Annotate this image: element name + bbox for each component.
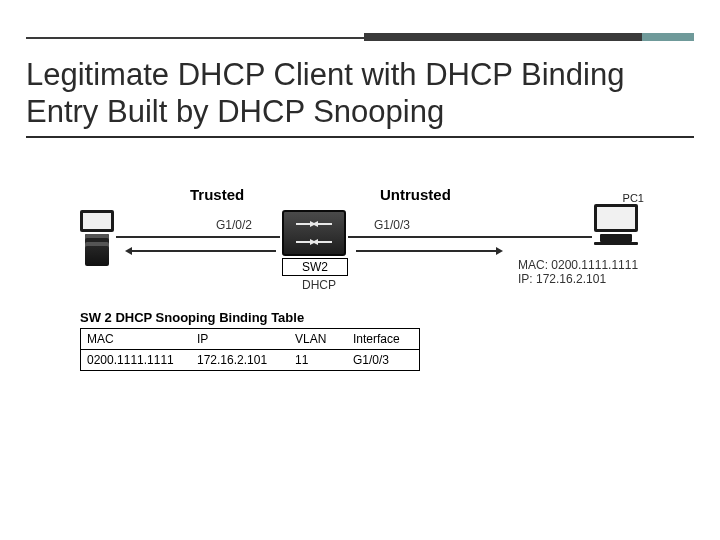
col-mac: MAC (81, 329, 192, 350)
col-ip: IP (191, 329, 289, 350)
network-diagram: Trusted Untrusted G1/0/2 G1/0/3 SW (80, 180, 640, 380)
slide-top-rule (26, 32, 694, 42)
slide-title: Legitimate DHCP Client with DHCP Binding… (26, 56, 694, 138)
server-icon (80, 210, 114, 268)
switch-icon (282, 210, 346, 256)
col-interface: Interface (347, 329, 420, 350)
switch-name-label: SW2 (282, 258, 348, 276)
cell-vlan: 11 (289, 350, 347, 371)
svg-marker-7 (312, 239, 318, 245)
binding-table-title: SW 2 DHCP Snooping Binding Table (80, 310, 304, 325)
untrusted-label: Untrusted (380, 186, 451, 203)
svg-marker-3 (312, 221, 318, 227)
col-vlan: VLAN (289, 329, 347, 350)
pc-name-label: PC1 (623, 192, 644, 204)
trusted-arrow (132, 250, 276, 252)
port-left-label: G1/0/2 (216, 218, 252, 232)
pc-icon (592, 204, 640, 246)
table-row: 0200.1111.1111 172.16.2.101 11 G1/0/3 (81, 350, 420, 371)
table-header-row: MAC IP VLAN Interface (81, 329, 420, 350)
link-server-switch (116, 236, 280, 238)
binding-table: MAC IP VLAN Interface 0200.1111.1111 172… (80, 328, 420, 371)
port-right-label: G1/0/3 (374, 218, 410, 232)
dhcp-label: DHCP (302, 278, 336, 292)
cell-ip: 172.16.2.101 (191, 350, 289, 371)
link-switch-pc (348, 236, 592, 238)
pc-mac-label: MAC: 0200.1111.1111 (518, 258, 638, 272)
cell-interface: G1/0/3 (347, 350, 420, 371)
untrusted-arrow (356, 250, 496, 252)
cell-mac: 0200.1111.1111 (81, 350, 192, 371)
trusted-label: Trusted (190, 186, 244, 203)
pc-ip-label: IP: 172.16.2.101 (518, 272, 606, 286)
